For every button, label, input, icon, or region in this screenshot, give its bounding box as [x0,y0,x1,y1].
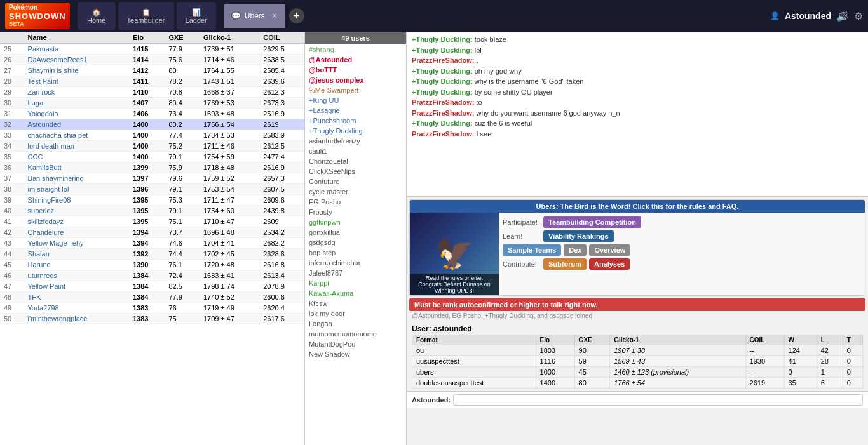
cell-rank: 29 [0,87,24,98]
info-body: 🦅 Read the rules or else. Congrats Defia… [410,213,865,295]
cell-coil: 2613.4 [259,270,304,281]
cell-glicko: 1798 ± 74 [200,281,259,292]
ladder-button[interactable]: 📊 Ladder [177,2,216,30]
cell-name[interactable]: Zamrock [24,87,129,98]
cell-name[interactable]: Chandelure [24,227,129,238]
chat-message: +Thugly Duckling: lol [412,45,863,56]
cell-name[interactable]: Yellow Mage Tehy [24,238,129,249]
cell-rank: 33 [0,130,24,141]
list-item[interactable]: +King UU [305,95,406,105]
cell-name[interactable]: Pakmasta [24,44,129,55]
analyses-button[interactable]: Analyses [589,258,630,270]
list-item[interactable]: ChorizoLetal [305,156,406,166]
list-item[interactable]: gonxkillua [305,227,406,237]
list-item[interactable]: inferno chimchar [305,258,406,268]
dex-button[interactable]: Dex [564,244,587,256]
cell-name[interactable]: chachacha chia pet [24,130,129,141]
cell-name[interactable]: DaAwesomeReqs1 [24,55,129,65]
table-row: 44 Shaian 1392 74.4 1702 ± 45 2628.6 [0,249,304,260]
list-item[interactable]: New Shadow [305,349,406,359]
cell-name[interactable]: uturnreqs [24,270,129,281]
stats-col-elo: Elo [536,335,574,345]
cell-name[interactable]: i'minthewrongplace [24,314,129,324]
add-tab-button[interactable]: + [289,8,304,23]
cell-rank: 47 [0,281,24,292]
cell-name[interactable]: Shaymin is shite [24,65,129,76]
list-item[interactable]: momomomomomomo [305,329,406,339]
teambuilding-button[interactable]: Teambuilding Competition [543,216,641,228]
list-item[interactable]: asianturtlefrenzy [305,136,406,146]
users-count: 49 users [305,32,406,44]
cell-name[interactable]: Yologdolo [24,109,129,119]
list-item[interactable]: Froosty [305,207,406,217]
cell-name[interactable]: Laga [24,98,129,109]
cell-name[interactable]: im straight lol [24,184,129,195]
cell-name[interactable]: CCC [24,152,129,163]
cell-rank: 34 [0,141,24,152]
list-item[interactable]: hop step [305,248,406,258]
ladder-tbody: 25 Pakmasta 1415 77.9 1739 ± 51 2629.5 2… [0,44,304,324]
cell-coil: 2620.4 [259,303,304,314]
cell-coil: 2516.9 [259,109,304,119]
tabs-area: 💬 Ubers ✕ + [224,4,768,28]
cell-name[interactable]: lord death man [24,141,129,152]
cell-name[interactable]: skillzfodayz [24,216,129,227]
cell-gxe: 77.9 [165,44,200,55]
cell-name[interactable]: TFK [24,292,129,303]
list-item[interactable]: cycle master [305,187,406,197]
cell-elo: 1116 [536,356,574,367]
list-item[interactable]: ggfkinpwn [305,217,406,227]
subforum-button[interactable]: Subforum [543,258,587,270]
cell-name[interactable]: Yoda2798 [24,303,129,314]
list-item[interactable]: Confuture [305,176,406,187]
list-item[interactable]: +Lasagne [305,105,406,116]
list-item[interactable]: @jesus complex [305,75,406,85]
list-item[interactable]: Jaleel8787 [305,268,406,278]
list-item[interactable]: @Astounded [305,55,406,65]
home-button[interactable]: 🏠 Home [78,2,116,30]
list-item[interactable]: @boTTT [305,65,406,75]
cell-name[interactable]: Shaian [24,249,129,260]
cell-rank: 44 [0,249,24,260]
tab-ubers[interactable]: 💬 Ubers ✕ [224,4,285,28]
chat-input-area: Astounded: [407,391,868,408]
cell-glicko: 1734 ± 53 [200,130,259,141]
list-item[interactable]: EG Posho [305,197,406,207]
cell-name[interactable]: KamiIsButt [24,163,129,173]
settings-button[interactable]: ⚙ [854,10,863,22]
cell-name[interactable]: Yellow Paint [24,281,129,292]
sound-button[interactable]: 🔊 [836,10,849,22]
list-item[interactable]: %Me-Swampert [305,85,406,95]
list-item[interactable]: cauli1 [305,146,406,156]
list-item[interactable]: MutantDogPoo [305,339,406,349]
cell-name[interactable]: superloz [24,206,129,216]
viability-button[interactable]: Viability Rankings [543,230,614,242]
teambuilder-button[interactable]: 📋 Teambuilder [118,2,174,30]
cell-name[interactable]: Test Paint [24,76,129,87]
list-item[interactable]: Kfcsw [305,298,406,309]
list-item[interactable]: ClickXSeeNips [305,166,406,176]
cell-name[interactable]: Haruno [24,260,129,270]
sample-teams-button[interactable]: Sample Teams [503,244,561,256]
cell-name[interactable]: ShiningFire08 [24,195,129,206]
list-item[interactable]: Kawaii-Akuma [305,288,406,298]
list-item[interactable]: +Thugly Duckling [305,126,406,136]
list-item[interactable]: gsdgsdg [305,237,406,248]
chat-input[interactable] [453,394,863,406]
list-item[interactable]: #shrang [305,44,406,55]
cell-name[interactable]: Astounded [24,119,129,130]
cell-name[interactable]: Ban shayminerino [24,173,129,184]
cell-rank: 50 [0,314,24,324]
table-row: 45 Haruno 1390 76.1 1720 ± 48 2616.8 [0,260,304,270]
cell-elo: 1395 [129,195,165,206]
cell-glicko: 1668 ± 37 [200,87,259,98]
list-item[interactable]: lok my door [305,309,406,319]
list-item[interactable]: Longan [305,319,406,329]
overview-button[interactable]: Overview [589,244,630,256]
list-item[interactable]: Karppi [305,278,406,288]
list-item[interactable]: +Punchshroom [305,116,406,126]
chat-message: +Thugly Duckling: by some shitty OU play… [412,87,863,98]
close-icon[interactable]: ✕ [271,11,278,20]
cell-gxe: 79.1 [165,152,200,163]
info-header[interactable]: Ubers: The Bird is the Word! Click this … [410,200,865,213]
